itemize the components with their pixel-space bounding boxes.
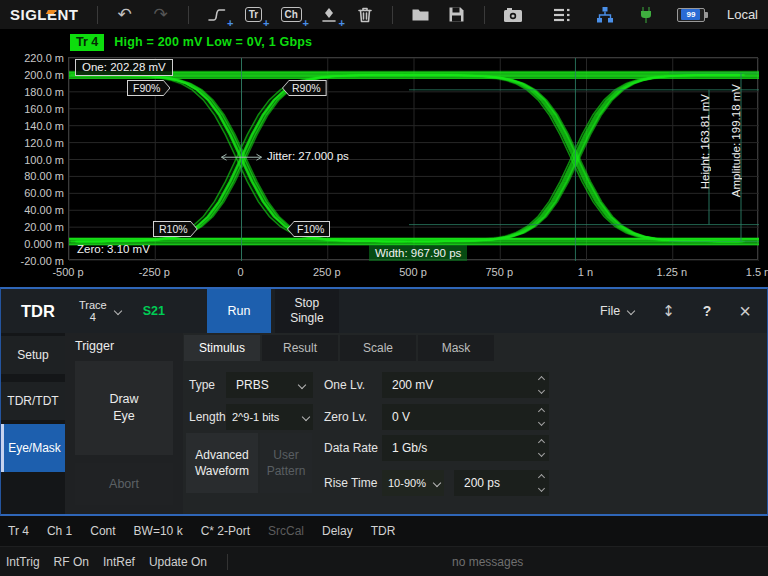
add-marker-button[interactable]: + xyxy=(320,3,338,27)
r10-marker[interactable]: R10% xyxy=(153,221,198,237)
y-tick-label: 100.0 m xyxy=(24,154,64,166)
y-tick-label: 40.00 m xyxy=(24,204,64,216)
width-annotation: Width: 967.90 ps xyxy=(369,245,467,261)
save-button[interactable] xyxy=(448,3,466,27)
data-rate-stepper[interactable] xyxy=(539,435,544,461)
x-tick-label: 1 n xyxy=(578,266,593,278)
sidebar-item-tdr-tdt[interactable]: TDR/TDT xyxy=(1,382,65,420)
x-tick-label: 1.25 n xyxy=(656,266,687,278)
status-channel[interactable]: Ch 1 xyxy=(47,524,72,538)
chevron-down-icon xyxy=(627,307,635,315)
status-update[interactable]: Update On xyxy=(149,555,207,569)
status-cont[interactable]: Cont xyxy=(90,524,115,538)
rise-time-field[interactable]: 200 ps xyxy=(454,470,549,496)
menu-list-button[interactable] xyxy=(553,3,573,27)
tab-scale[interactable]: Scale xyxy=(340,335,416,361)
data-rate-field[interactable]: 1 Gb/s xyxy=(382,435,549,461)
open-file-button[interactable] xyxy=(411,3,430,27)
resize-panel-button[interactable]: ↕ xyxy=(662,302,675,320)
one-level-field[interactable]: 200 mV xyxy=(382,372,549,398)
trace-badge[interactable]: Tr 4 xyxy=(70,34,104,51)
zero-level-field[interactable]: 0 V xyxy=(382,404,549,430)
panel-body: Setup TDR/TDT Eye/Mask Trigger Draw Eye … xyxy=(1,333,767,514)
channel-status-bar: Tr 4 Ch 1 Cont BW=10 k C* 2-Port SrcCal … xyxy=(0,516,768,546)
screenshot-button[interactable] xyxy=(503,3,523,27)
tab-stimulus[interactable]: Stimulus xyxy=(184,335,260,361)
status-intref[interactable]: IntRef xyxy=(103,555,135,569)
one-level-annotation: One: 202.28 mV xyxy=(75,59,173,76)
zero-level-stepper[interactable] xyxy=(539,404,544,430)
length-dropdown[interactable]: 2^9-1 bits xyxy=(226,404,313,430)
y-tick-label: 180.0 m xyxy=(24,86,64,98)
power-plug-icon[interactable] xyxy=(637,3,655,27)
delete-button[interactable] xyxy=(356,3,374,27)
trace-selector-dropdown[interactable]: Trace 4 xyxy=(79,299,121,323)
network-icon[interactable] xyxy=(595,3,615,27)
run-button[interactable]: Run xyxy=(207,289,271,333)
data-rate-label: Data Rate xyxy=(324,435,378,461)
close-panel-button[interactable]: × xyxy=(739,301,751,321)
add-channel-button[interactable]: Ch+ xyxy=(281,3,302,27)
x-tick-label: 250 p xyxy=(313,266,341,278)
local-remote-button[interactable]: Local xyxy=(727,7,758,22)
eye-diagram-plot[interactable]: One: 202.28 mV F90% R90% Jitter: 27.000 … xyxy=(68,57,758,260)
toolbar-separator xyxy=(392,6,393,24)
status-tdr[interactable]: TDR xyxy=(371,524,396,538)
y-tick-label: 200.0 m xyxy=(24,69,64,81)
battery-indicator: 99 xyxy=(677,8,705,22)
status-cal[interactable]: C* 2-Port xyxy=(201,524,250,538)
x-tick-label: 750 p xyxy=(485,266,513,278)
message-area: no messages xyxy=(452,555,523,569)
abort-button[interactable]: Abort xyxy=(75,463,173,505)
x-tick-label: -500 p xyxy=(52,266,83,278)
draw-eye-button[interactable]: Draw Eye xyxy=(75,361,173,455)
f90-marker[interactable]: F90% xyxy=(127,80,170,96)
chevron-down-icon xyxy=(298,381,306,389)
user-pattern-button[interactable]: User Pattern xyxy=(260,433,312,493)
s-parameter-label[interactable]: S21 xyxy=(143,304,165,318)
sidebar-item-setup[interactable]: Setup xyxy=(1,336,65,374)
file-dropdown[interactable]: File xyxy=(600,304,634,318)
chevron-down-icon xyxy=(433,479,441,487)
help-button[interactable]: ? xyxy=(703,303,712,319)
top-toolbar: SIGLENT ↶ ↷ + Tr+ Ch+ + xyxy=(0,0,768,30)
toolbar-separator xyxy=(188,6,189,24)
x-tick-label: 500 p xyxy=(399,266,427,278)
y-tick-label: 20.00 m xyxy=(24,221,64,233)
tdr-panel: TDR Trace 4 S21 Run Stop Single File ↕ ?… xyxy=(0,287,768,516)
height-annotation: Height: 163.81 mV xyxy=(699,94,711,189)
system-status-bar: IntTrig RF On IntRef Update On no messag… xyxy=(0,546,768,576)
one-level-stepper[interactable] xyxy=(539,372,544,398)
y-tick-label: 60.00 m xyxy=(24,187,64,199)
redo-button[interactable]: ↷ xyxy=(152,3,170,27)
status-bandwidth[interactable]: BW=10 k xyxy=(134,524,183,538)
trace-info-bar: Tr 4 High = 200 mV Low = 0V, 1 Gbps xyxy=(0,30,768,54)
type-label: Type xyxy=(189,372,215,398)
type-dropdown[interactable]: PRBS xyxy=(226,372,313,398)
toolbar-separator xyxy=(97,6,98,24)
f10-marker[interactable]: F10% xyxy=(287,221,330,237)
status-delay[interactable]: Delay xyxy=(322,524,353,538)
add-trace-button[interactable]: Tr+ xyxy=(245,3,263,27)
tab-result[interactable]: Result xyxy=(262,335,338,361)
siglent-logo: SIGLENT xyxy=(10,6,79,23)
stop-single-button[interactable]: Stop Single xyxy=(275,289,339,333)
sidebar-item-eye-mask[interactable]: Eye/Mask xyxy=(1,424,65,472)
rise-time-dropdown[interactable]: 10-90% xyxy=(382,470,444,496)
rise-time-stepper[interactable] xyxy=(539,470,544,496)
advanced-waveform-button[interactable]: Advanced Waveform xyxy=(186,433,258,493)
panel-title: TDR xyxy=(21,302,55,321)
r90-marker[interactable]: R90% xyxy=(282,80,327,96)
status-trace[interactable]: Tr 4 xyxy=(8,524,29,538)
chevron-down-icon xyxy=(302,413,310,421)
undo-button[interactable]: ↶ xyxy=(116,3,134,27)
trigger-heading: Trigger xyxy=(75,339,114,353)
y-tick-label: 120.0 m xyxy=(24,137,64,149)
status-srccal[interactable]: SrcCal xyxy=(268,524,304,538)
status-rf[interactable]: RF On xyxy=(54,555,89,569)
tab-mask[interactable]: Mask xyxy=(418,335,494,361)
one-level-label: One Lv. xyxy=(324,372,365,398)
statusbar-separator xyxy=(227,554,228,570)
add-step-button[interactable]: + xyxy=(207,3,227,27)
status-inttrig[interactable]: IntTrig xyxy=(6,555,40,569)
